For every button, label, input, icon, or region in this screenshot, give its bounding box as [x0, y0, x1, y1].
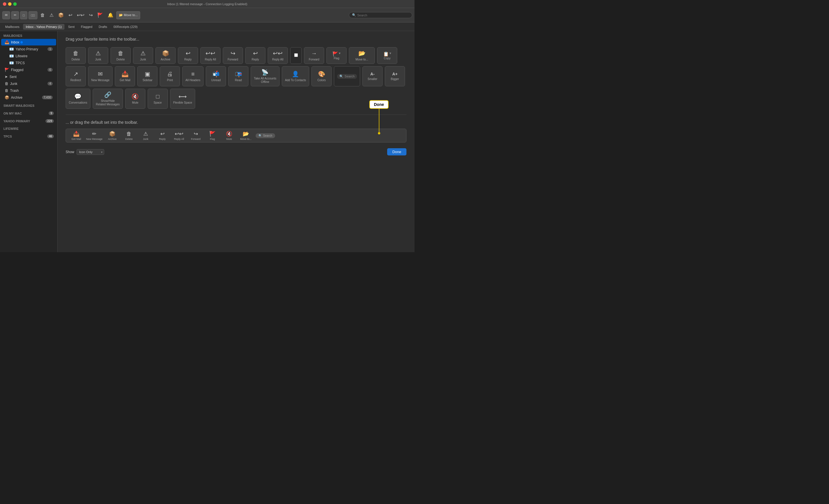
sidebar-item-archive[interactable]: 📦 Archive 7,430	[1, 94, 56, 101]
item-colors[interactable]: 🎨 Colors	[312, 66, 332, 86]
item-move-to[interactable]: 📂 Move to...	[349, 47, 375, 64]
default-flag[interactable]: 🚩 Flag	[206, 131, 219, 140]
yahoo-icon: 📧	[9, 47, 14, 51]
window-btn[interactable]: □	[20, 11, 27, 19]
search-input[interactable]	[357, 13, 409, 17]
search-bar[interactable]: 🔍	[349, 12, 412, 18]
item-smaller[interactable]: A- Smaller	[362, 66, 383, 86]
sidebar-item-flagged[interactable]: 🚩 Flagged 6	[1, 67, 56, 73]
move-to-btn[interactable]: 📂 Move to...	[116, 11, 140, 19]
sidebar-item-yahoo-primary[interactable]: 📧 Yahoo Primary 1	[1, 46, 56, 52]
compose-btn[interactable]: ✏	[11, 11, 19, 19]
item-add-contacts[interactable]: 👤 Add To Contacts	[282, 66, 309, 86]
sidebar-item-junk[interactable]: 🗑 Junk 4	[1, 80, 56, 87]
item-reply-all-2[interactable]: ↩↩ Reply All	[268, 47, 288, 64]
redirect-icon: ↗	[73, 71, 78, 77]
tab-sent[interactable]: Sent	[65, 24, 77, 30]
sidebar-section-tpcs: TPCS 46	[0, 132, 57, 139]
item-all-headers[interactable]: ≡ All Headers	[182, 66, 204, 86]
default-delete[interactable]: 🗑 Delete	[122, 131, 136, 140]
item-reply-1[interactable]: ↩ Reply	[178, 47, 198, 64]
close-button[interactable]	[3, 2, 6, 6]
toolbar: ✉ ✏ □ □□ 🗑 ⚠ 📦 ↩ ↩↩ ↪ 🚩 🔔 📂 Move to... 🔍	[0, 8, 414, 23]
done-button[interactable]: Done	[387, 148, 406, 155]
item-forward-2[interactable]: → Forward	[304, 47, 324, 64]
done-callout-box: Done	[369, 100, 389, 109]
reply-btn[interactable]: ↩	[67, 10, 74, 21]
delete-btn[interactable]: 🗑	[39, 10, 47, 21]
item-read[interactable]: 📭 Read	[228, 66, 248, 86]
flagged-badge: 6	[47, 68, 53, 72]
item-archive[interactable]: 📦 Archive	[155, 47, 176, 64]
maximize-button[interactable]	[13, 2, 17, 6]
split-btn[interactable]: □□	[29, 11, 37, 19]
reply-all-btn[interactable]: ↩↩	[75, 10, 86, 21]
sidebar-item-lifewire[interactable]: 📧 Lifewire	[1, 53, 56, 59]
minimize-button[interactable]	[8, 2, 11, 6]
item-copy[interactable]: 📋▾ Copy	[377, 47, 397, 64]
default-reply-all[interactable]: ↩↩ Reply All	[172, 131, 186, 140]
reply-2-icon: ↩	[253, 50, 258, 57]
reply-all-2-label: Reply All	[272, 58, 284, 61]
item-get-mail[interactable]: 📥 Get Mail	[115, 66, 135, 86]
tab-drafts[interactable]: Drafts	[96, 24, 110, 30]
tab-inbox-yahoo[interactable]: Inbox - Yahoo Primary (1)	[23, 24, 65, 30]
default-archive[interactable]: 📦 Archive	[105, 131, 119, 140]
tab-flagged[interactable]: Flagged	[78, 24, 95, 30]
item-search[interactable]: 🔍Search	[334, 66, 360, 86]
search-item-icon: 🔍Search	[337, 74, 357, 79]
mute-btn[interactable]: 🔔	[106, 10, 115, 21]
junk-btn[interactable]: ⚠	[48, 10, 55, 21]
default-move-to-icon: 📂	[243, 131, 249, 137]
new-message-icon: ✉	[98, 71, 103, 77]
sidebar-item-tpcs[interactable]: 📧 TPCS	[1, 60, 56, 66]
default-search[interactable]: 🔍 Search	[256, 133, 275, 138]
item-space[interactable]: □ Space	[148, 88, 168, 109]
default-move-to[interactable]: 📂 Move to...	[239, 131, 253, 140]
conversations-icon: 💬	[74, 93, 81, 100]
mail-icon-btn[interactable]: ✉	[2, 11, 10, 19]
flag-btn[interactable]: 🚩	[96, 10, 105, 21]
item-new-message[interactable]: ✉ New Message	[88, 66, 113, 86]
item-unread[interactable]: 📬 Unread	[206, 66, 226, 86]
item-reply-2[interactable]: ↩ Reply	[245, 47, 265, 64]
section-divider	[66, 114, 406, 115]
default-junk[interactable]: ⚠ Junk	[139, 131, 152, 140]
checkbox-input[interactable]	[294, 53, 298, 57]
item-flexible-space[interactable]: ⟷ Flexible Space	[170, 88, 195, 109]
item-flag[interactable]: 🚩▾ Flag	[326, 47, 347, 64]
sidebar-item-sent[interactable]: ➤ Sent	[1, 73, 56, 80]
item-sidebar[interactable]: ▣ Sidebar	[137, 66, 157, 86]
tab-00receipts[interactable]: 00Receipts (229)	[111, 24, 141, 30]
sidebar-section-mailboxes: Mailboxes	[0, 31, 57, 39]
item-junk-2[interactable]: ⚠ Junk	[133, 47, 153, 64]
show-select[interactable]: Icon Only Icon and Text Text Only	[77, 149, 104, 155]
show-hide-related-icon: 🔗	[104, 91, 111, 98]
sidebar-section-yahoo: Yahoo Primary 229	[0, 116, 57, 124]
item-conversations[interactable]: 💬 Conversations	[66, 88, 91, 109]
item-junk-1[interactable]: ⚠ Junk	[88, 47, 108, 64]
archive-btn[interactable]: 📦	[57, 10, 66, 21]
default-forward[interactable]: ↪ Forward	[189, 131, 203, 140]
item-mute[interactable]: 🔇 Mute	[125, 88, 145, 109]
default-get-mail[interactable]: 📥 Get Mail	[69, 131, 83, 140]
default-reply-label: Reply	[159, 138, 166, 140]
item-delete-2[interactable]: 🗑 Delete	[111, 47, 131, 64]
sidebar-item-trash[interactable]: 🗑 Trash	[1, 87, 56, 94]
item-reply-all-1[interactable]: ↩↩ Reply All	[200, 47, 220, 64]
default-reply[interactable]: ↩ Reply	[155, 131, 169, 140]
item-checkbox[interactable]	[290, 47, 302, 64]
item-bigger[interactable]: A+ Bigger	[385, 66, 405, 86]
tab-mailboxes[interactable]: Mailboxes	[2, 24, 23, 30]
forward-btn[interactable]: ↪	[87, 10, 95, 21]
space-icon: □	[156, 93, 159, 100]
item-show-hide-related[interactable]: 🔗 Show/HideRelated Messages	[93, 88, 123, 109]
item-delete-1[interactable]: 🗑 Delete	[66, 47, 86, 64]
item-redirect[interactable]: ↗ Redirect	[66, 66, 86, 86]
default-new-message[interactable]: ✏ New Message	[86, 131, 103, 140]
item-print[interactable]: 🖨 Print	[160, 66, 180, 86]
item-forward-1[interactable]: ↪ Forward	[223, 47, 243, 64]
default-mute[interactable]: 🔇 Mute	[222, 131, 236, 140]
sidebar-item-inbox[interactable]: 📥 Inbox	[1, 39, 56, 45]
item-take-all-offline[interactable]: 📡 Take All AccountsOffline	[251, 66, 280, 86]
